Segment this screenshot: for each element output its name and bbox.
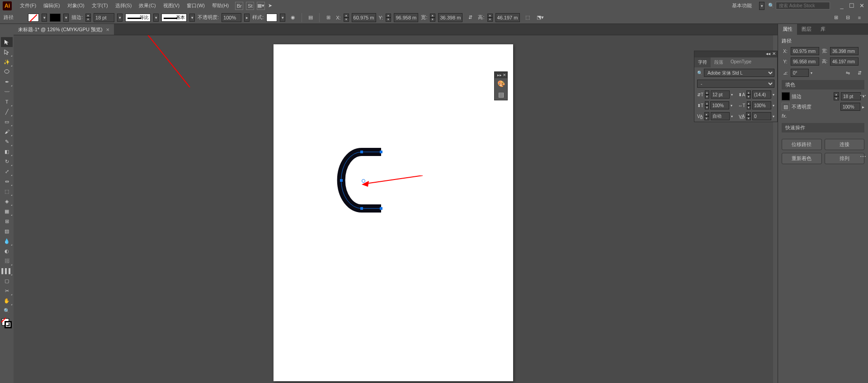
tracking-input[interactable]	[752, 112, 771, 120]
workspace-switcher[interactable]: 基本功能	[729, 1, 759, 10]
paragraph-tab[interactable]: 段落	[711, 57, 727, 67]
font-family-select[interactable]: Adobe 宋体 Std L	[704, 69, 774, 77]
opentype-tab[interactable]: OpenType	[727, 57, 755, 67]
pen-tool[interactable]: ✒	[1, 77, 13, 87]
artboard-tool[interactable]: ▢	[1, 276, 13, 286]
free-transform-tool[interactable]: ⬚	[1, 186, 13, 196]
floating-panel-close-icon[interactable]: ✕	[503, 73, 506, 77]
tab-libraries[interactable]: 库	[816, 24, 830, 35]
prop-h-input[interactable]	[830, 57, 859, 66]
opacity-popup-icon[interactable]: ▸	[862, 104, 864, 109]
x-spinner[interactable]: ▴▾	[344, 14, 349, 22]
prop-angle-input[interactable]	[791, 69, 809, 77]
stroke-weight-spinner[interactable]: ▴▾	[85, 14, 91, 22]
style-swatch[interactable]	[266, 14, 277, 22]
eraser-tool[interactable]: ◧	[1, 147, 13, 156]
floating-panel-collapse-icon[interactable]: ▸▸	[497, 73, 502, 77]
selected-path-c-shape[interactable]	[337, 147, 387, 211]
stock-search-input[interactable]	[776, 2, 830, 9]
doc-setup-icon[interactable]: ⊞	[831, 13, 841, 23]
stroke-swatch[interactable]	[50, 14, 61, 22]
window-minimize[interactable]: _	[838, 3, 845, 9]
shape-builder-tool[interactable]: ◈	[1, 196, 13, 206]
fill-stroke-indicator[interactable]	[1, 317, 13, 329]
flip-v-icon[interactable]: ⇵	[854, 68, 864, 78]
stroke-weight-dropdown[interactable]: ▾	[117, 14, 123, 22]
preferences-icon[interactable]: ⊟	[843, 13, 853, 23]
rectangle-tool[interactable]: ▭	[1, 117, 13, 127]
menu-edit[interactable]: 编辑(E)	[40, 0, 64, 11]
shape-icon[interactable]: ⬚	[523, 13, 533, 23]
menu-object[interactable]: 对象(O)	[64, 0, 88, 11]
slice-tool[interactable]: ✂	[1, 286, 13, 296]
hand-tool[interactable]: ✋	[1, 296, 13, 306]
eyedropper-tool[interactable]: 💧	[1, 236, 13, 246]
menu-window[interactable]: 窗口(W)	[183, 0, 208, 11]
perspective-tool[interactable]: ▦	[1, 206, 13, 216]
zoom-tool[interactable]: 🔍	[1, 306, 13, 316]
paintbrush-tool[interactable]: 🖌	[1, 127, 13, 137]
menu-view[interactable]: 视图(V)	[160, 0, 184, 11]
selection-tool[interactable]	[1, 37, 13, 47]
swatches-panel-icon[interactable]: ▤	[495, 89, 507, 100]
type-tool[interactable]: T	[1, 97, 13, 107]
prop-y-input[interactable]	[791, 57, 819, 66]
blend-tool[interactable]: ◐	[1, 246, 13, 256]
quick-join[interactable]: 连接	[825, 139, 865, 150]
leading-spinner[interactable]: ▴▾	[746, 90, 751, 99]
quick-arrange[interactable]: 排列	[825, 153, 865, 164]
document-tab[interactable]: 未标题-1* @ 126% (CMYK/GPU 预览) ×	[14, 24, 114, 35]
bridge-icon[interactable]: Br	[235, 2, 243, 10]
gpu-icon[interactable]: ➤	[265, 1, 275, 11]
menu-help[interactable]: 帮助(H)	[208, 0, 232, 11]
w-input[interactable]	[438, 13, 462, 22]
appearance-menu-icon[interactable]: ⋯	[860, 153, 866, 160]
font-size-spinner[interactable]: ▴▾	[705, 90, 709, 99]
kerning-spinner[interactable]: ▴▾	[704, 112, 709, 120]
font-size-input[interactable]	[711, 90, 730, 99]
prop-w-input[interactable]	[830, 47, 859, 55]
fx-label[interactable]: fx.	[782, 113, 787, 118]
brush-profile[interactable]: 基本	[161, 14, 187, 22]
prop-stroke-spinner[interactable]: ▴▾	[834, 92, 839, 100]
y-spinner[interactable]: ▴▾	[386, 14, 391, 22]
tab-layers[interactable]: 图层	[797, 24, 816, 35]
brush-profile-dropdown[interactable]: ▾	[189, 14, 195, 22]
hscale-spinner[interactable]: ▴▾	[747, 101, 751, 109]
hscale-input[interactable]	[752, 101, 771, 109]
char-tab[interactable]: 字符	[694, 57, 711, 67]
link-wh-icon[interactable]: ⇵	[465, 13, 475, 23]
vscale-spinner[interactable]: ▴▾	[705, 101, 709, 109]
align-icon[interactable]: ▤	[306, 13, 316, 23]
prop-opacity-input[interactable]	[840, 103, 860, 111]
symbol-sprayer-tool[interactable]: ⛆	[1, 256, 13, 266]
prop-x-input[interactable]	[791, 47, 819, 55]
char-panel-collapse-icon[interactable]: ◂◂	[766, 51, 770, 57]
workspace-dropdown-arrow[interactable]: ▾	[759, 2, 764, 10]
stroke-dropdown[interactable]: ▾	[63, 14, 69, 22]
menu-effect[interactable]: 效果(C)	[135, 0, 159, 11]
width-profile[interactable]: 等比	[125, 14, 151, 22]
column-graph-tool[interactable]: ▌▌▌	[1, 266, 13, 276]
shaper-tool[interactable]: ✎	[1, 137, 13, 147]
mesh-tool[interactable]: ⊞	[1, 216, 13, 226]
quick-recolor[interactable]: 重新着色	[782, 153, 822, 164]
menu-file[interactable]: 文件(F)	[16, 0, 40, 11]
recolor-icon[interactable]: ◉	[288, 13, 298, 23]
direct-selection-tool[interactable]	[1, 47, 13, 57]
menu-type[interactable]: 文字(T)	[88, 0, 112, 11]
isolate-icon[interactable]: ⬔▾	[535, 13, 545, 23]
font-style-select[interactable]: -	[697, 80, 774, 88]
quick-offset-path[interactable]: 位移路径	[782, 139, 822, 150]
leading-input[interactable]	[752, 90, 771, 99]
arrange-docs-icon[interactable]: ▦▾	[257, 2, 265, 10]
x-input[interactable]	[352, 13, 376, 22]
flip-h-icon[interactable]: ⇋	[843, 68, 853, 78]
curvature-tool[interactable]: 〰	[1, 87, 13, 97]
h-input[interactable]	[495, 13, 520, 22]
color-panel-icon[interactable]: 🎨	[495, 78, 507, 89]
vscale-input[interactable]	[710, 101, 729, 109]
width-profile-dropdown[interactable]: ▾	[153, 14, 159, 22]
transform-menu-icon[interactable]: ⋯	[860, 92, 866, 99]
transform-ref-icon[interactable]: ⊞	[323, 13, 333, 23]
